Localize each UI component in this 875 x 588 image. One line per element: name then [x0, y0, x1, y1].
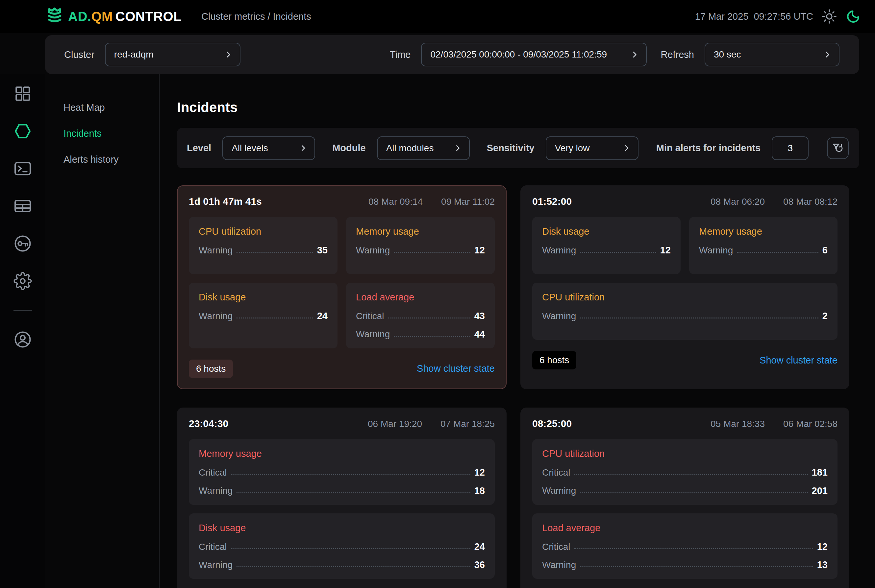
dark-theme-button[interactable] — [845, 9, 861, 24]
dotted-leader — [580, 318, 818, 318]
moon-icon — [845, 9, 861, 24]
breadcrumb[interactable]: Cluster metrics / Incidents — [201, 11, 311, 22]
module-label: Module — [332, 142, 366, 153]
alert-level-label: Warning — [542, 486, 576, 495]
metric-tiles: CPU utilization Warning 35 Memory usage … — [189, 217, 495, 348]
metric-row: Warning 44 — [356, 329, 485, 339]
alert-level-label: Critical — [199, 468, 227, 477]
incident-card[interactable]: 08:25:00 05 Mar 18:33 06 Mar 02:58 CPU u… — [520, 408, 849, 588]
alert-level-label: Warning — [542, 311, 576, 321]
terminal-icon — [13, 159, 32, 178]
chevron-right-icon — [823, 50, 831, 59]
incident-card-header: 23:04:30 06 Mar 19:20 07 Mar 18:25 — [189, 418, 495, 429]
hosts-badge: 6 hosts — [532, 351, 576, 369]
incident-start: 08 Mar 09:14 — [368, 196, 423, 207]
refresh-label: Refresh — [660, 49, 694, 60]
min-alerts-label: Min alerts for incidents — [656, 142, 761, 153]
dotted-leader — [574, 474, 808, 475]
sidebar-item-alerts-history[interactable]: Alerts history — [63, 154, 159, 165]
metric-name: Memory usage — [356, 226, 485, 237]
dotted-leader — [236, 252, 313, 253]
cluster-select[interactable]: red-adqm — [105, 43, 241, 66]
alert-count: 44 — [474, 330, 485, 339]
metric-row: Critical 24 — [199, 542, 485, 552]
level-select[interactable]: All levels — [223, 136, 315, 160]
rail-profile-button[interactable] — [12, 329, 33, 350]
metric-tile: Memory usage Warning 12 — [346, 217, 495, 274]
alert-count: 36 — [474, 560, 485, 570]
metric-row: Critical 12 — [199, 468, 485, 477]
sensitivity-label: Sensitivity — [487, 142, 535, 153]
brand-part-qm: QM — [91, 9, 113, 24]
metric-tile: Load average Critical 43 Warning 44 — [346, 283, 495, 348]
alert-level-label: Warning — [356, 246, 390, 255]
hexagon-icon — [13, 122, 32, 141]
incident-start: 06 Mar 19:20 — [368, 419, 422, 429]
brand-part-control: CONTROL — [116, 9, 182, 24]
alert-count: 2 — [822, 311, 828, 321]
light-theme-button[interactable] — [822, 9, 837, 24]
sensitivity-select[interactable]: Very low — [546, 136, 639, 160]
rail-dashboard-button[interactable] — [12, 83, 33, 104]
metric-name: CPU utilization — [542, 448, 828, 459]
incident-end: 06 Mar 02:58 — [783, 419, 837, 429]
metric-row: Warning 36 — [199, 560, 485, 570]
rail-access-keys-button[interactable] — [12, 233, 33, 254]
incident-dates: 08 Mar 06:20 08 Mar 08:12 — [711, 196, 837, 207]
alert-count: 12 — [817, 542, 828, 552]
incident-card[interactable]: 23:04:30 06 Mar 19:20 07 Mar 18:25 Memor… — [177, 408, 507, 588]
sun-icon — [822, 9, 837, 24]
time-range-select[interactable]: 02/03/2025 00:00:00 - 09/03/2025 11:02:5… — [421, 43, 647, 66]
incident-card[interactable]: 01:52:00 08 Mar 06:20 08 Mar 08:12 Disk … — [520, 185, 849, 389]
sidebar-item-heat-map[interactable]: Heat Map — [63, 102, 159, 113]
level-value: All levels — [232, 143, 268, 153]
min-alerts-input[interactable]: 3 — [772, 136, 809, 160]
alert-count: 201 — [812, 486, 828, 496]
incident-card-footer: 6 hosts Show cluster state — [532, 351, 837, 369]
time-range-value: 02/03/2025 00:00:00 - 09/03/2025 11:02:5… — [430, 49, 607, 60]
rail-table-button[interactable] — [12, 195, 33, 217]
alert-count: 18 — [474, 486, 485, 496]
alert-count: 181 — [812, 468, 828, 477]
sidebar-item-incidents[interactable]: Incidents — [63, 128, 159, 139]
alert-level-label: Critical — [199, 542, 227, 552]
rail-settings-button[interactable] — [12, 270, 33, 291]
rail-divider — [14, 310, 32, 310]
dotted-leader — [394, 252, 471, 253]
header-right: 17 Mar 2025 09:27:56 UTC — [695, 9, 861, 24]
metric-name: Load average — [542, 523, 828, 534]
reset-filters-button[interactable] — [827, 137, 849, 159]
show-cluster-state-link[interactable]: Show cluster state — [759, 355, 837, 366]
alert-level-label: Warning — [199, 560, 233, 570]
incident-dates: 05 Mar 18:33 06 Mar 02:58 — [711, 419, 837, 429]
incident-duration: 1d 01h 47m 41s — [189, 196, 262, 207]
metric-name: Memory usage — [699, 226, 828, 237]
module-value: All modules — [386, 143, 434, 153]
table-icon — [13, 196, 32, 216]
main-content: Incidents Level All levels Module All mo… — [159, 74, 875, 588]
page-title: Incidents — [177, 100, 859, 116]
refresh-select[interactable]: 30 sec — [705, 43, 839, 66]
alert-level-label: Warning — [199, 486, 233, 495]
alert-count: 24 — [474, 542, 485, 552]
alert-level-label: Warning — [542, 246, 576, 255]
metric-name: Disk usage — [199, 523, 485, 534]
metric-name: Load average — [356, 292, 485, 303]
module-select[interactable]: All modules — [377, 136, 470, 160]
cluster-filter-group: Cluster red-adqm — [64, 43, 241, 66]
chevron-right-icon — [630, 50, 639, 59]
metric-tile: Disk usage Warning 12 — [532, 217, 681, 274]
metric-tile: CPU utilization Critical 181 Warning 201 — [532, 439, 837, 505]
rail-cluster-metrics-button[interactable] — [12, 121, 33, 142]
incident-card[interactable]: 1d 01h 47m 41s 08 Mar 09:14 09 Mar 11:02… — [177, 185, 507, 389]
incident-end: 09 Mar 11:02 — [441, 196, 495, 207]
dotted-leader — [388, 318, 471, 318]
metric-row: Critical 181 — [542, 468, 828, 477]
show-cluster-state-link[interactable]: Show cluster state — [417, 363, 495, 374]
time-label: Time — [390, 49, 410, 60]
incident-start: 05 Mar 18:33 — [711, 419, 765, 429]
metric-row: Critical 12 — [542, 542, 828, 552]
rail-terminal-button[interactable] — [12, 158, 33, 179]
alert-count: 12 — [474, 468, 485, 477]
brand-logo: AD.QMCONTROL — [44, 6, 182, 27]
